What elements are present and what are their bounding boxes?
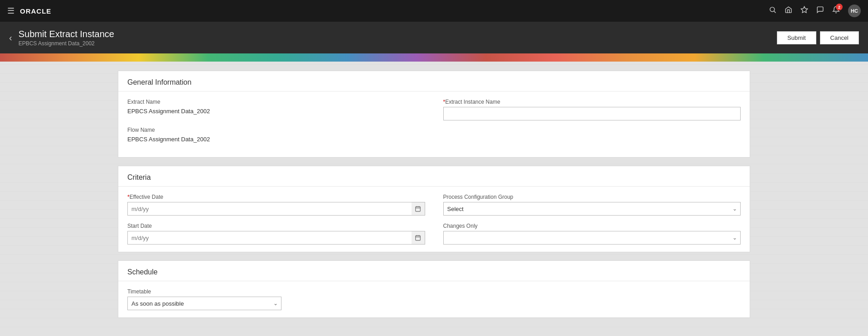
page-header: ‹ Submit Extract Instance EPBCS Assignme…: [0, 22, 868, 53]
header-actions: Submit Cancel: [777, 31, 859, 44]
home-icon[interactable]: [785, 6, 792, 16]
page-subtitle: EPBCS Assignment Data_2002: [19, 40, 114, 47]
topbar: ☰ ORACLE: [0, 0, 868, 22]
effective-date-wrapper: [127, 202, 425, 216]
topbar-left: ☰ ORACLE: [7, 6, 51, 16]
page-title-block: Submit Extract Instance EPBCS Assignment…: [19, 29, 114, 47]
flow-name-field: Flow Name EPBCS Assignment Data_2002: [127, 127, 425, 144]
timetable-label: Timetable: [127, 288, 281, 295]
general-info-row-2: Flow Name EPBCS Assignment Data_2002: [127, 127, 741, 144]
extract-instance-name-label: *Extract Instance Name: [443, 99, 741, 105]
criteria-grid: *Effective Date Process Con: [127, 194, 741, 245]
empty-field: [443, 127, 741, 144]
general-info-row-1: Extract Name EPBCS Assignment Data_2002 …: [127, 99, 741, 120]
oracle-logo: ORACLE: [20, 7, 51, 15]
search-icon[interactable]: [769, 6, 776, 16]
start-date-label: Start Date: [127, 223, 425, 229]
main-content: General Information Extract Name EPBCS A…: [0, 62, 868, 336]
criteria-header: Criteria: [118, 166, 750, 187]
changes-only-label: Changes Only: [443, 223, 741, 229]
banner-strip: [0, 53, 868, 62]
extract-name-label: Extract Name: [127, 99, 425, 105]
cancel-button[interactable]: Cancel: [820, 31, 859, 44]
start-date-field: Start Date: [127, 223, 425, 245]
changes-only-wrapper: ⌄: [443, 231, 741, 245]
schedule-header: Schedule: [118, 261, 750, 281]
effective-date-calendar-btn[interactable]: [412, 202, 425, 216]
timetable-field: Timetable As soon as possible Schedule O…: [127, 288, 281, 310]
notification-badge: 2: [836, 4, 843, 10]
extract-instance-name-field: *Extract Instance Name: [443, 99, 741, 120]
process-config-group-field: Process Configuration Group Select ⌄: [443, 194, 741, 216]
back-button[interactable]: ‹: [9, 33, 12, 42]
start-date-wrapper: [127, 231, 425, 245]
criteria-section: Criteria *Effective Date: [118, 166, 750, 252]
page-title: Submit Extract Instance: [19, 29, 114, 39]
page-header-left: ‹ Submit Extract Instance EPBCS Assignme…: [9, 29, 114, 47]
extract-name-field: Extract Name EPBCS Assignment Data_2002: [127, 99, 425, 120]
criteria-title: Criteria: [127, 173, 151, 181]
effective-date-input[interactable]: [127, 202, 425, 216]
svg-marker-2: [801, 6, 807, 12]
general-information-body: Extract Name EPBCS Assignment Data_2002 …: [118, 91, 750, 157]
submit-button[interactable]: Submit: [777, 31, 816, 44]
svg-rect-3: [416, 206, 421, 211]
schedule-section: Schedule Timetable As soon as possible S…: [118, 260, 750, 318]
process-config-group-wrapper: Select ⌄: [443, 202, 741, 216]
process-config-group-label: Process Configuration Group: [443, 194, 741, 200]
timetable-select[interactable]: As soon as possible Schedule Once Hourly…: [127, 297, 281, 310]
schedule-title: Schedule: [127, 268, 158, 276]
topbar-right: 2 HC: [769, 5, 861, 17]
effective-date-field: *Effective Date: [127, 194, 425, 216]
favorites-icon[interactable]: [800, 6, 808, 16]
user-avatar[interactable]: HC: [848, 5, 861, 17]
notifications-icon[interactable]: 2: [832, 6, 840, 16]
changes-only-field: Changes Only ⌄: [443, 223, 741, 245]
timetable-wrapper: As soon as possible Schedule Once Hourly…: [127, 297, 281, 310]
extract-instance-name-input[interactable]: [443, 107, 741, 120]
process-config-group-select[interactable]: Select: [443, 202, 741, 216]
flow-name-label: Flow Name: [127, 127, 425, 133]
flow-name-value: EPBCS Assignment Data_2002: [127, 135, 425, 144]
hamburger-icon[interactable]: ☰: [7, 6, 15, 16]
start-date-calendar-btn[interactable]: [412, 231, 425, 245]
criteria-body: *Effective Date Process Con: [118, 187, 750, 252]
svg-line-1: [774, 11, 776, 13]
start-date-input[interactable]: [127, 231, 425, 245]
general-information-header: General Information: [118, 71, 750, 91]
messages-icon[interactable]: [816, 6, 824, 16]
schedule-body: Timetable As soon as possible Schedule O…: [118, 281, 750, 317]
general-information-section: General Information Extract Name EPBCS A…: [118, 71, 750, 158]
effective-date-label: *Effective Date: [127, 194, 425, 200]
svg-rect-7: [416, 235, 421, 240]
svg-point-0: [770, 7, 775, 12]
extract-name-value: EPBCS Assignment Data_2002: [127, 107, 425, 115]
general-information-title: General Information: [127, 78, 191, 86]
changes-only-select[interactable]: [443, 231, 741, 245]
